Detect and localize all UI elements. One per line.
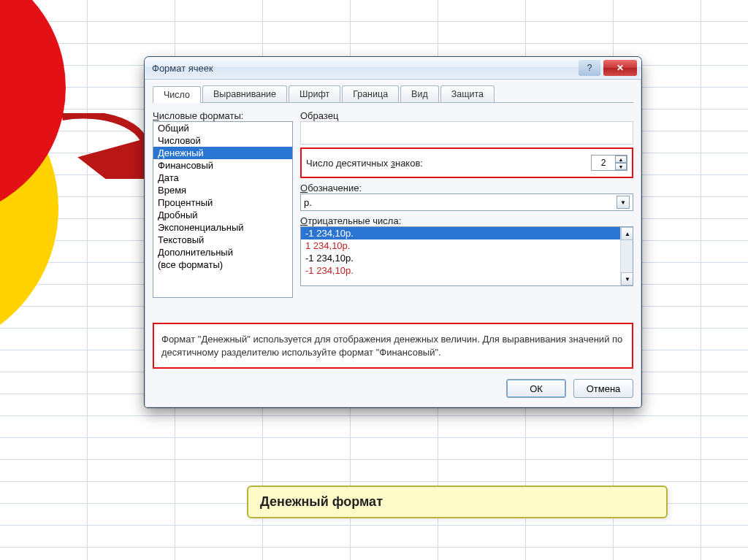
symbol-value: р. [304, 197, 312, 208]
tab-font[interactable]: Шрифт [289, 85, 340, 102]
list-item[interactable]: -1 234,10р. [301, 227, 633, 239]
spinner-up-icon[interactable]: ▲ [615, 156, 627, 163]
list-item[interactable]: Дополнительный [153, 246, 292, 258]
negatives-label: Отрицательные числа: [300, 215, 633, 226]
tab-number[interactable]: Число [153, 86, 201, 103]
tab-alignment[interactable]: Выравнивание [202, 85, 287, 102]
help-button[interactable]: ? [579, 60, 600, 76]
decimals-input[interactable] [592, 157, 615, 169]
sample-label: Образец [300, 110, 633, 121]
scrollbar[interactable]: ▲ ▼ [620, 227, 633, 285]
list-item[interactable]: Числовой [153, 134, 292, 147]
list-item[interactable]: Процентный [153, 196, 292, 209]
list-item[interactable]: Финансовый [153, 159, 292, 172]
list-item[interactable]: Текстовый [153, 234, 292, 246]
slide-caption: Денежный формат [247, 486, 668, 518]
symbol-label: Обозначение: [300, 183, 633, 193]
negatives-list[interactable]: -1 234,10р. 1 234,10р. -1 234,10р. -1 23… [300, 226, 633, 286]
scroll-down-icon[interactable]: ▼ [621, 272, 633, 285]
spinner-down-icon[interactable]: ▼ [615, 163, 627, 170]
list-item[interactable]: Общий [153, 122, 292, 134]
dialog-title: Формат ячеек [152, 63, 213, 74]
list-item[interactable]: 1 234,10р. [301, 239, 633, 252]
tab-strip: Число Выравнивание Шрифт Граница Вид Защ… [153, 85, 633, 103]
format-description: Формат "Денежный" используется для отобр… [153, 323, 633, 369]
categories-label: Числовые форматы: [153, 110, 293, 121]
list-item[interactable]: Время [153, 184, 292, 196]
list-item[interactable]: -1 234,10р. [301, 252, 633, 264]
chevron-down-icon[interactable]: ▼ [617, 196, 630, 209]
sample-box [300, 121, 633, 145]
decimals-highlight: Число десятичных знаков: ▲ ▼ [300, 147, 633, 178]
cancel-button[interactable]: Отмена [573, 379, 633, 398]
list-item[interactable]: Дробный [153, 209, 292, 221]
decimals-spinner[interactable]: ▲ ▼ [591, 155, 627, 171]
format-category-list[interactable]: Общий Числовой Денежный Финансовый Дата … [153, 121, 293, 298]
titlebar[interactable]: Формат ячеек ? ✕ [145, 57, 641, 80]
decimals-label: Число десятичных знаков: [306, 158, 423, 169]
close-button[interactable]: ✕ [603, 60, 637, 76]
tab-protection[interactable]: Защита [440, 85, 495, 102]
symbol-combo[interactable]: р. ▼ [300, 193, 633, 211]
list-item[interactable]: Дата [153, 172, 292, 184]
tab-border[interactable]: Граница [342, 85, 399, 102]
list-item[interactable]: (все форматы) [153, 258, 292, 271]
tab-fill[interactable]: Вид [400, 85, 439, 102]
scroll-up-icon[interactable]: ▲ [621, 227, 633, 240]
format-cells-dialog: Формат ячеек ? ✕ Число Выравнивание Шриф… [145, 57, 641, 407]
list-item[interactable]: Денежный [153, 147, 292, 159]
list-item[interactable]: Экспоненциальный [153, 221, 292, 234]
ok-button[interactable]: ОК [506, 379, 566, 398]
list-item[interactable]: -1 234,10р. [301, 264, 633, 277]
